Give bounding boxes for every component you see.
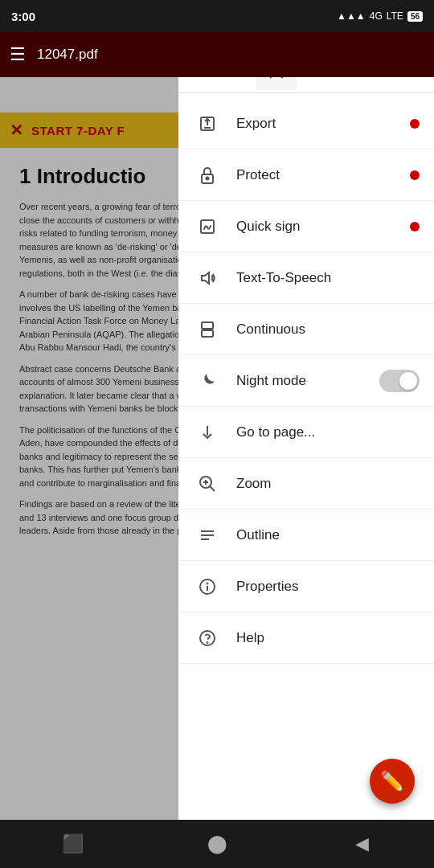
speaker-icon <box>198 268 217 288</box>
status-time: 3:00 <box>11 10 35 23</box>
tts-label: Text-To-Speech <box>236 270 420 286</box>
toggle-knob <box>399 372 417 390</box>
properties-label: Properties <box>236 579 420 595</box>
continuous-icon <box>198 320 217 339</box>
menu-item-zoom[interactable]: Zoom <box>178 458 434 510</box>
outline-icon-wrap <box>193 521 222 550</box>
export-badge <box>410 119 420 129</box>
help-icon <box>198 628 217 648</box>
quicksign-label: Quick sign <box>236 219 410 235</box>
battery-indicator: 56 <box>407 11 423 22</box>
zoom-label: Zoom <box>236 476 420 492</box>
nightmode-toggle[interactable] <box>379 370 420 392</box>
export-label: Export <box>236 116 410 132</box>
info-icon <box>198 577 217 596</box>
hamburger-menu-icon[interactable]: ☰ <box>10 44 26 65</box>
moon-icon <box>198 371 217 391</box>
lte-icon: LTE <box>387 10 403 22</box>
dropdown-panel: Export Protect <box>178 45 434 836</box>
nightmode-label: Night mode <box>236 373 379 389</box>
svg-rect-16 <box>202 330 213 337</box>
outline-label: Outline <box>236 527 420 543</box>
gotopage-icon <box>198 423 217 442</box>
status-bar: 3:00 ▲▲▲ 4G LTE 56 <box>0 0 434 32</box>
export-icon <box>198 114 217 133</box>
left-dim[interactable] <box>0 45 178 836</box>
signal-icon: ▲▲▲ <box>337 10 366 22</box>
zoom-icon <box>198 474 217 493</box>
menu-item-properties[interactable]: Properties <box>178 561 434 612</box>
fab-edit-button[interactable]: ✏️ <box>370 759 415 804</box>
quicksign-icon-wrap <box>193 212 222 241</box>
nightmode-icon-wrap <box>193 366 222 395</box>
network-type: 4G <box>370 10 383 22</box>
svg-line-18 <box>210 486 215 491</box>
properties-icon-wrap <box>193 572 222 601</box>
stop-icon: ⬛ <box>62 833 84 854</box>
gotopage-label: Go to page... <box>236 424 420 440</box>
outline-icon <box>198 526 217 545</box>
protect-label: Protect <box>236 167 410 183</box>
quicksign-badge <box>410 222 420 231</box>
menu-item-outline[interactable]: Outline <box>178 510 434 561</box>
edit-icon: ✏️ <box>380 770 404 792</box>
menu-item-gotopage[interactable]: Go to page... <box>178 407 434 458</box>
help-icon-wrap <box>193 624 222 653</box>
nightmode-toggle-switch[interactable] <box>379 370 420 392</box>
menu-item-tts[interactable]: Text-To-Speech <box>178 252 434 304</box>
svg-marker-14 <box>202 272 209 284</box>
menu-item-help[interactable]: Help <box>178 612 434 664</box>
protect-icon-wrap <box>193 161 222 190</box>
menu-item-continuous[interactable]: Continuous <box>178 304 434 355</box>
nav-back-button[interactable]: ◀ <box>338 828 386 860</box>
svg-point-28 <box>207 642 208 643</box>
svg-point-26 <box>207 583 208 583</box>
continuous-label: Continuous <box>236 321 420 338</box>
back-arrow-icon: ◀ <box>355 833 369 854</box>
menu-item-export[interactable]: Export <box>178 98 434 149</box>
svg-rect-15 <box>202 322 213 329</box>
lock-icon <box>198 166 217 185</box>
home-circle-icon: ⬤ <box>207 833 227 854</box>
tts-icon-wrap <box>193 264 222 293</box>
nav-home-button[interactable]: ⬤ <box>193 828 241 860</box>
menu-item-nightmode[interactable]: Night mode <box>178 355 434 407</box>
dropdown-overlay: Export Protect <box>0 45 434 836</box>
document-title: 12047.pdf <box>37 47 424 63</box>
status-icons: ▲▲▲ 4G LTE 56 <box>337 10 423 22</box>
menu-item-protect[interactable]: Protect <box>178 149 434 201</box>
help-label: Help <box>236 630 420 646</box>
continuous-icon-wrap <box>193 315 222 344</box>
nav-stop-button[interactable]: ⬛ <box>48 828 96 860</box>
protect-badge <box>410 170 420 180</box>
gotopage-icon-wrap <box>193 418 222 447</box>
svg-point-12 <box>207 177 209 179</box>
menu-item-quicksign[interactable]: Quick sign <box>178 201 434 252</box>
zoom-icon-wrap <box>193 469 222 498</box>
menu-list: Export Protect <box>178 93 434 836</box>
export-icon-wrap <box>193 109 222 138</box>
top-nav: ☰ 12047.pdf <box>0 32 434 77</box>
bottom-nav: ⬛ ⬤ ◀ <box>0 820 434 868</box>
sign-icon <box>198 217 217 236</box>
